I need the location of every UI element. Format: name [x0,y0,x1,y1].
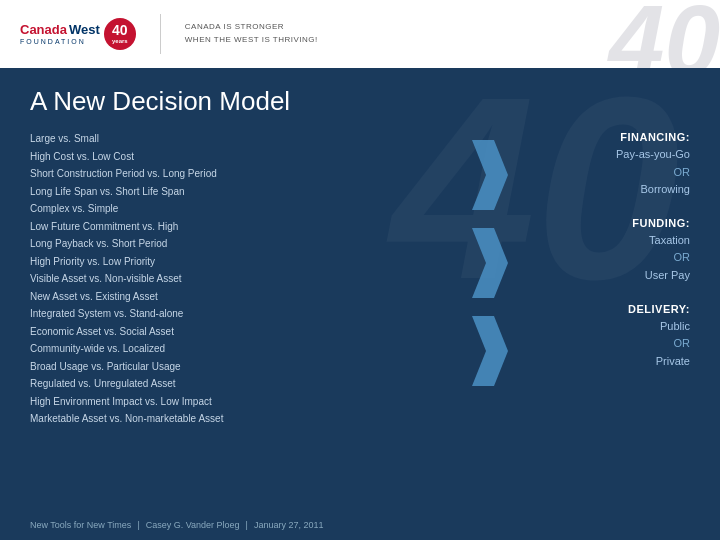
logo-text-block: Canada West FOUNDATION [20,23,100,44]
list-item: High Priority vs. Low Priority [30,254,470,270]
funding-or: OR [510,249,690,267]
list-item: Regulated vs. Unregulated Asset [30,376,470,392]
arrow-funding [472,228,508,298]
list-item: Short Construction Period vs. Long Perio… [30,166,470,182]
list-item: Long Payback vs. Short Period [30,236,470,252]
list-item: Large vs. Small [30,131,470,147]
list-item: Low Future Commitment vs. High [30,219,470,235]
arrows-column [470,131,510,395]
main-content: 40 A New Decision Model Large vs. Small … [0,68,720,540]
header-bar: Canada West FOUNDATION 40 years CANADA I… [0,0,720,68]
tagline: CANADA IS STRONGER WHEN THE WEST IS THRI… [185,21,318,47]
list-item: Broad Usage vs. Particular Usage [30,359,470,375]
footer: New Tools for New Times | Casey G. Vande… [30,520,690,530]
logo-area: Canada West FOUNDATION 40 years CANADA I… [20,14,318,54]
footer-part1: New Tools for New Times [30,520,131,530]
logo-foundation: FOUNDATION [20,38,100,45]
list-item: Visible Asset vs. Non-visible Asset [30,271,470,287]
criteria-list: Large vs. Small High Cost vs. Low Cost S… [30,131,470,427]
funding-item2: User Pay [510,267,690,285]
funding-section: FUNDING: Taxation OR User Pay [510,217,690,285]
svg-marker-1 [472,228,508,298]
list-item: Marketable Asset vs. Non-marketable Asse… [30,411,470,427]
logo-canada: Canada [20,23,67,37]
logo-west: West [69,23,100,37]
financing-item1: Pay-as-you-Go [510,146,690,164]
right-panel: FINANCING: Pay-as-you-Go OR Borrowing FU… [510,131,690,380]
tagline-line2: WHEN THE WEST IS THRIVING! [185,34,318,47]
financing-item2: Borrowing [510,181,690,199]
funding-item1: Taxation [510,232,690,250]
footer-part3: January 27, 2011 [254,520,324,530]
svg-marker-2 [472,316,508,386]
delivery-header: DELIVERY: [510,303,690,315]
logo-badge: 40 years [104,18,136,50]
header-divider [160,14,161,54]
arrow-financing [472,140,508,210]
financing-header: FINANCING: [510,131,690,143]
footer-part2: Casey G. Vander Ploeg [146,520,240,530]
list-item: High Cost vs. Low Cost [30,149,470,165]
delivery-section: DELIVERY: Public OR Private [510,303,690,371]
badge-years: years [112,38,128,45]
delivery-item2: Private [510,353,690,371]
delivery-item1: Public [510,318,690,336]
funding-header: FUNDING: [510,217,690,229]
list-item: New Asset vs. Existing Asset [30,289,470,305]
list-item: Community-wide vs. Localized [30,341,470,357]
delivery-or: OR [510,335,690,353]
arrow-delivery [472,316,508,386]
list-item: Integrated System vs. Stand-alone [30,306,470,322]
list-item: Economic Asset vs. Social Asset [30,324,470,340]
list-item: High Environment Impact vs. Low Impact [30,394,470,410]
page-title: A New Decision Model [30,86,690,117]
financing-section: FINANCING: Pay-as-you-Go OR Borrowing [510,131,690,199]
financing-or: OR [510,164,690,182]
canada-west-logo: Canada West FOUNDATION 40 years [20,18,136,50]
footer-sep2: | [246,520,248,530]
tagline-line1: CANADA IS STRONGER [185,21,318,34]
list-item: Long Life Span vs. Short Life Span [30,184,470,200]
footer-sep1: | [137,520,139,530]
badge-number: 40 [112,23,128,38]
content-grid: Large vs. Small High Cost vs. Low Cost S… [30,131,690,427]
svg-marker-0 [472,140,508,210]
list-item: Complex vs. Simple [30,201,470,217]
